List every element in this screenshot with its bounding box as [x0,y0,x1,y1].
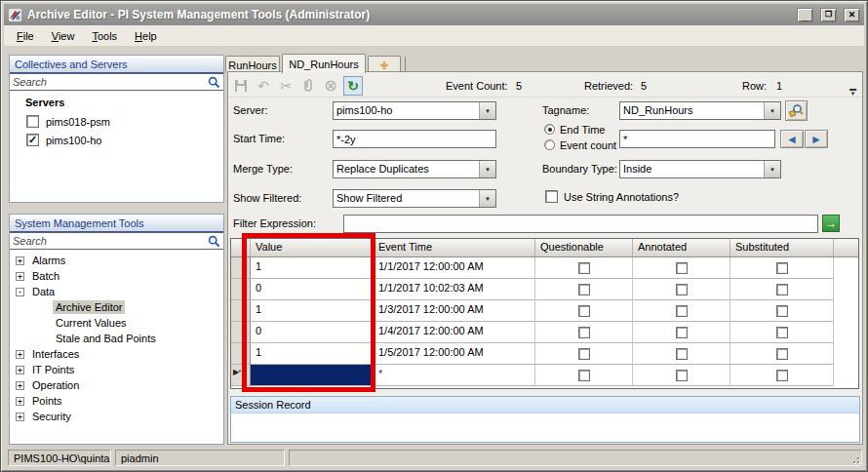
checkbox-icon[interactable] [676,370,688,381]
grid-cell-questionable[interactable] [535,279,633,300]
grid-column-header-annotated[interactable]: Annotated [633,239,730,256]
tree-item-interfaces[interactable]: +Interfaces [10,346,223,362]
grid-cell-value[interactable]: 0 [251,279,374,300]
menu-view[interactable]: View [43,28,84,44]
chevron-down-icon[interactable]: ▼ [479,102,495,119]
grid-cell-event-time[interactable]: 1/5/2017 12:00:00 AM [374,343,535,365]
expand-icon[interactable]: + [16,256,24,265]
expand-icon[interactable]: + [16,413,24,421]
checkbox-icon[interactable] [676,348,688,360]
end-time-radio[interactable]: End Time [544,123,605,136]
grid-row-header[interactable]: ▶* [231,365,251,386]
grid-cell-event-time[interactable]: 1/1/2017 12:00:00 AM [374,257,535,279]
grid-cell-annotated[interactable] [633,257,730,279]
menu-help[interactable]: Help [126,28,166,44]
checkbox-icon[interactable] [776,327,788,338]
title-bar[interactable]: Archive Editor - PI System Management To… [4,4,864,25]
cut-icon[interactable]: ✂ [276,76,296,96]
server-combobox[interactable]: pims100-ho ▼ [333,101,496,120]
grid-column-header-questionable[interactable]: Questionable [535,239,633,256]
collectives-search-input[interactable] [13,76,208,88]
grid-column-header-event-time[interactable]: Event Time [374,239,535,256]
close-button[interactable]: ✕ [844,8,860,22]
checkbox-icon[interactable] [545,190,558,203]
grid-row-header[interactable] [231,257,251,279]
next-event-button[interactable]: ► [805,130,828,148]
grid-cell-event-time[interactable]: 1/1/2017 10:02:03 AM [374,279,535,300]
save-icon[interactable] [231,76,251,96]
radio-selected-icon[interactable] [544,124,555,135]
checkbox-icon[interactable] [676,262,688,274]
grid-cell-event-time[interactable]: * [374,365,535,386]
end-time-input[interactable] [619,130,775,148]
use-string-annotations-checkbox[interactable]: Use String Annotations? [545,190,679,203]
tag-search-button[interactable] [785,100,808,121]
expand-icon[interactable]: + [16,397,24,406]
checkbox-icon[interactable] [776,262,788,274]
merge-type-combobox[interactable]: Replace Duplicates ▼ [333,160,496,178]
tree-item-archive-editor[interactable]: Archive Editor [10,299,223,315]
tree-item-current-values[interactable]: Current Values [10,315,223,331]
grid-cell-substituted[interactable] [730,257,834,279]
grid-cell-substituted[interactable] [730,279,834,300]
grid-cell-substituted[interactable] [730,365,834,386]
grid-cell-questionable[interactable] [535,365,633,386]
grid-cell-annotated[interactable] [633,365,730,386]
grid-row-header[interactable] [231,343,251,365]
checkbox-icon[interactable] [578,305,590,317]
grid-cell-annotated[interactable] [633,343,730,365]
tree-item-points[interactable]: +Points [10,393,223,409]
checkbox-icon[interactable] [676,305,688,317]
menu-tools[interactable]: Tools [83,28,126,44]
attach-icon[interactable] [298,76,318,96]
chevron-down-icon[interactable]: ▼ [479,161,495,177]
chevron-down-icon[interactable]: ▼ [479,190,495,207]
apply-filter-button[interactable]: → [822,215,840,232]
grid-cell-questionable[interactable] [535,343,633,365]
checkbox-icon[interactable] [578,262,590,274]
grid-cell-annotated[interactable] [633,300,730,322]
expand-icon[interactable]: + [16,272,24,281]
tree-item-data[interactable]: -Data [10,284,223,299]
server-item-pims100-ho[interactable]: ✓pims100-ho [10,131,223,149]
grid-cell-value[interactable]: 1 [251,300,374,322]
boundary-type-combobox[interactable]: Inside ▼ [619,160,781,178]
tree-item-alarms[interactable]: +Alarms [10,253,223,268]
minimize-button[interactable]: _ [797,8,813,22]
toolbar-overflow-icon[interactable]: ▬▾ [847,83,859,97]
server-item-pims018-psm[interactable]: pims018-psm [10,112,223,131]
tree-item-batch[interactable]: +Batch [10,268,223,284]
collapse-icon[interactable]: - [16,288,24,296]
grid-cell-questionable[interactable] [535,322,633,343]
checkbox-icon[interactable] [776,370,788,381]
previous-event-button[interactable]: ◄ [780,130,804,148]
grid-column-header-substituted[interactable]: Substituted [730,239,834,256]
checkbox-icon[interactable] [578,348,590,360]
checkbox-icon[interactable] [578,284,590,295]
tree-item-stale-and-bad-points[interactable]: Stale and Bad Points [10,331,223,346]
smt-search-input[interactable] [13,235,208,247]
grid-cell-annotated[interactable] [633,279,730,300]
tagname-combobox[interactable]: ND_RunHours ▼ [619,101,781,120]
expand-icon[interactable]: + [16,381,24,390]
checkbox-checked-icon[interactable]: ✓ [26,134,39,146]
tree-item-operation[interactable]: +Operation [10,377,223,393]
grid-cell-questionable[interactable] [535,300,633,322]
grid-column-header-value[interactable]: Value [251,239,374,256]
grid-cell-substituted[interactable] [730,322,834,343]
grid-cell-value[interactable]: 0 [251,322,374,343]
chevron-down-icon[interactable]: ▼ [764,102,780,119]
checkbox-icon[interactable] [676,284,688,295]
radio-unselected-icon[interactable] [544,139,555,150]
chevron-down-icon[interactable]: ▼ [764,161,780,177]
grid-cell-substituted[interactable] [730,300,834,322]
checkbox-icon[interactable] [578,327,590,338]
checkbox-icon[interactable] [26,115,39,128]
grid-row-header[interactable] [231,300,251,322]
maximize-button[interactable]: ❒ [820,8,837,22]
undo-icon[interactable]: ↶ [254,76,273,96]
menu-file[interactable]: File [8,28,43,44]
filter-expression-input[interactable] [343,215,818,233]
grid-cell-value[interactable]: 1 [251,257,374,279]
event-count-radio[interactable]: Event count [544,138,616,151]
